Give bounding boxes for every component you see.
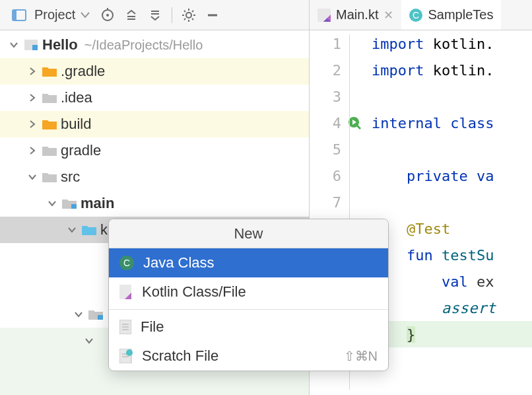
settings-gear-icon[interactable] [179,5,199,25]
project-view-selector[interactable]: Project [5,4,94,26]
chevron-down-icon [8,41,20,49]
chevron-right-icon [26,67,38,75]
menu-item-label: File [141,318,164,336]
tree-item-label: main [81,196,114,211]
menu-item-file[interactable]: File [109,312,388,341]
kotlin-file-icon [317,9,331,22]
tree-item-label: Hello [42,38,78,52]
chevron-right-icon [26,147,38,155]
chevron-right-icon [26,94,38,102]
expand-all-icon[interactable] [121,5,141,25]
tree-item-label: .idea [61,90,92,105]
menu-item-label: Kotlin Class/File [142,283,246,301]
folder-icon [42,66,57,77]
svg-point-37 [126,349,133,356]
editor-tab-main[interactable]: Main.kt ✕ [310,0,401,30]
file-icon [119,320,131,334]
svg-line-16 [192,11,193,12]
chevron-down-icon [83,337,95,345]
close-icon[interactable]: ✕ [383,8,393,22]
project-toolbar: Project [0,0,309,30]
folder-icon [42,172,57,182]
svg-text:C: C [413,10,419,20]
chevron-right-icon [26,120,38,128]
project-view-icon [9,5,29,25]
svg-text:C: C [123,258,130,268]
folder-icon [42,92,57,103]
menu-item-scratch-file[interactable]: Scratch File ⇧⌘N [109,341,388,371]
editor-tab-sample[interactable]: C SampleTes [401,0,501,30]
menu-separator [109,309,388,310]
menu-item-label: Scratch File [142,347,218,365]
project-view-label: Project [34,7,75,22]
locate-icon[interactable] [98,5,117,25]
menu-item-kotlin-class[interactable]: Kotlin Class/File [109,277,388,306]
tree-item-label: src [61,170,80,184]
chevron-down-icon [73,310,84,318]
module-icon [24,40,38,50]
menu-item-java-class[interactable]: C Java Class [109,248,388,277]
tree-item-path: ~/IdeaProjects/Hello [84,38,203,52]
tab-label: SampleTes [428,7,493,22]
tree-item-src[interactable]: src [0,164,309,190]
source-folder-icon [82,225,96,235]
kotlin-class-icon: C [409,9,422,22]
run-gutter-icon[interactable] [348,116,361,129]
menu-item-label: Java Class [143,254,215,271]
new-context-menu: New C Java Class Kotlin Class/File File … [108,219,389,371]
tree-item-build[interactable]: build [0,111,309,137]
menu-item-shortcut: ⇧⌘N [344,348,378,364]
svg-rect-1 [13,10,17,20]
popup-title: New [109,219,388,248]
tree-root[interactable]: Hello ~/IdeaProjects/Hello [0,32,309,58]
code-area[interactable]: import kotlin. import kotlin. internal c… [372,30,532,395]
editor-tabstrip: Main.kt ✕ C SampleTes [310,0,532,30]
chevron-down-icon [81,12,90,18]
svg-rect-20 [32,45,38,50]
kotlin-file-icon [119,285,133,299]
class-icon: C [119,256,134,270]
svg-line-17 [184,18,185,20]
tree-item-label: .gradle [61,64,105,79]
module-folder-icon [88,309,103,320]
folder-icon [42,145,57,156]
svg-point-3 [106,14,109,17]
module-folder-icon [62,198,77,209]
tree-item-gradle[interactable]: gradle [0,137,309,164]
chevron-down-icon [26,173,38,181]
tab-label: Main.kt [336,7,378,22]
collapse-all-icon[interactable] [145,5,165,25]
chevron-down-icon [46,199,58,207]
svg-rect-22 [98,315,103,320]
svg-rect-21 [71,204,77,209]
scratch-file-icon [119,349,133,363]
folder-icon [42,119,57,129]
tree-item-gradle-dot[interactable]: .gradle [0,58,309,85]
tree-item-label: gradle [61,143,101,158]
svg-point-9 [186,13,191,18]
svg-line-14 [184,11,185,12]
chevron-down-icon [66,226,78,234]
hide-panel-icon[interactable] [203,5,222,25]
tree-item-main[interactable]: main [0,190,309,217]
svg-line-15 [192,18,193,20]
tree-item-label: build [61,117,91,131]
tree-item-idea[interactable]: .idea [0,85,309,111]
toolbar-separator [172,7,172,23]
